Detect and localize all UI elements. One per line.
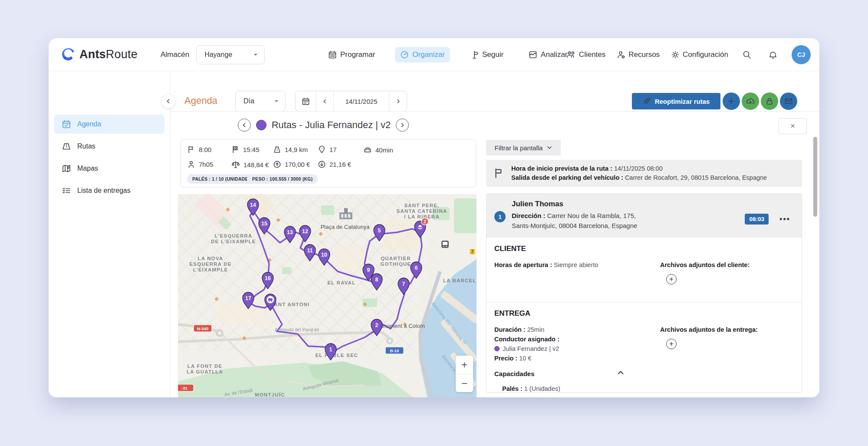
notifications-button[interactable] — [766, 47, 780, 62]
svg-text:2: 2 — [424, 219, 426, 224]
client-attachments-label: Archivos adjuntos del cliente: — [660, 260, 750, 270]
reoptimize-routes-button[interactable]: Reoptimizar rutas — [632, 93, 720, 109]
capacities-collapse-button[interactable] — [617, 369, 624, 378]
warehouse-label: Almacén — [161, 50, 189, 59]
chevron-left-icon — [322, 99, 327, 104]
chevron-left-icon — [166, 99, 171, 104]
stop-menu-button[interactable]: ••• — [779, 215, 790, 224]
nav-clientes[interactable]: Clientes — [566, 50, 605, 59]
svg-text:2: 2 — [375, 322, 378, 328]
capacity-pallets: Palés : 1 (Unidades) — [502, 384, 794, 393]
flag-icon — [493, 168, 504, 179]
tab-seguir[interactable]: Seguir — [465, 47, 509, 63]
checklist-icon — [62, 186, 71, 195]
mail-button[interactable] — [780, 93, 797, 110]
stat-end-time: 15:45 — [231, 145, 260, 154]
prev-route-button[interactable] — [238, 119, 251, 132]
warehouse-select[interactable]: Hayange — [196, 45, 265, 64]
map-zoom-control: + − — [456, 356, 473, 392]
calendar-picker-button[interactable] — [296, 91, 316, 111]
app-window: AntsRoute Almacén Hayange Programar O — [49, 38, 819, 397]
lock-button[interactable] — [761, 93, 778, 110]
map-label: SANT ANTONI — [270, 302, 309, 307]
stat-start-time: 8:00 — [187, 145, 211, 154]
sidebar-collapse-button[interactable] — [161, 94, 176, 109]
nav-recursos[interactable]: Recursos — [617, 50, 660, 59]
close-route-panel-button[interactable]: × — [779, 118, 807, 134]
arrow-down-circle-icon — [318, 160, 326, 168]
filter-screen-button[interactable]: Filtrar la pantalla — [486, 140, 561, 155]
search-button[interactable] — [740, 47, 754, 62]
flag-icon — [187, 145, 195, 154]
export-button[interactable] — [742, 93, 759, 110]
route-stats-card: 8:00 15:45 14,9 km — [180, 139, 476, 188]
svg-text:16: 16 — [265, 275, 271, 281]
svg-text:11: 11 — [307, 248, 312, 254]
svg-text:17: 17 — [245, 295, 251, 301]
svg-text:1: 1 — [329, 347, 332, 353]
map-label: EL RAVAL — [327, 280, 355, 285]
bell-icon — [768, 50, 778, 59]
delivery-attachments-label: Archivos adjuntos de la entrega: — [660, 325, 758, 334]
nav-configuracion[interactable]: Configuración — [671, 50, 728, 59]
road-icon — [273, 145, 281, 154]
map-label: EL POBLE SEC — [316, 353, 358, 358]
map-label: Avinguda del Paral·lel — [275, 327, 319, 332]
chevron-up-icon — [617, 369, 624, 376]
add-button[interactable] — [723, 93, 740, 110]
person-gear-icon — [617, 50, 625, 59]
cliente-section: CLIENTE Horas de apertura : Siempre abie… — [487, 238, 802, 302]
sidebar-item-mapas[interactable]: Mapas — [54, 159, 164, 178]
add-client-attachment-button[interactable]: + — [666, 274, 677, 284]
map-label: L'ESQUERRADE L'EIXAMPLE — [211, 233, 256, 244]
entrega-section: ENTREGA Duración : 25min Conductor asign… — [487, 302, 802, 393]
sidebar-item-lista-de-entregas[interactable]: Lista de entregas — [54, 181, 164, 200]
user-avatar[interactable]: CJ — [792, 45, 811, 64]
map-label: MONTJUÏC — [255, 392, 285, 397]
map-label: Plaça de Catalunya — [321, 224, 370, 230]
svg-text:14: 14 — [250, 202, 256, 208]
stop-time-badge[interactable]: 08:03 — [745, 214, 769, 225]
tab-organizar[interactable]: Organizar — [395, 47, 450, 63]
cloud-download-icon — [746, 96, 755, 106]
view-mode-select[interactable]: Día — [235, 91, 286, 112]
sidebar-item-agenda[interactable]: Agenda — [54, 115, 164, 134]
date-prev-button[interactable] — [316, 91, 334, 111]
zoom-in-button[interactable]: + — [456, 356, 473, 374]
stop-card-header: 1 Julien Thomas Dirección : Carrer Nou d… — [487, 194, 802, 238]
transit-station-icon — [441, 241, 449, 248]
stop-card[interactable]: 1 Julien Thomas Dirección : Carrer Nou d… — [486, 193, 802, 393]
rocket-icon — [643, 97, 651, 105]
capacities-label: Capacidades — [494, 370, 535, 377]
date-next-button[interactable] — [389, 91, 407, 111]
driver-color-dot — [494, 346, 500, 351]
chevron-right-icon — [396, 99, 401, 104]
chart-icon — [529, 50, 537, 59]
signpost-icon — [470, 50, 479, 59]
stat-distance: 14,9 km — [273, 145, 308, 154]
route-start-time-line: Hora de inicio prevista de la ruta : 14/… — [511, 164, 767, 173]
next-route-button[interactable] — [396, 119, 409, 132]
tab-programar[interactable]: Programar — [323, 47, 380, 63]
map-label: LA FONT DELA GUATLLA — [187, 363, 223, 374]
road-icon — [62, 142, 71, 151]
cliente-heading: CLIENTE — [494, 244, 794, 253]
svg-text:15: 15 — [261, 221, 267, 227]
panel-scrollbar[interactable] — [813, 137, 817, 217]
brand-logo[interactable]: AntsRoute — [61, 47, 138, 62]
svg-text:8: 8 — [375, 277, 378, 283]
zoom-out-button[interactable]: − — [456, 374, 473, 392]
tab-analizar[interactable]: Analizar — [523, 47, 572, 63]
calendar-check-icon — [62, 119, 71, 129]
view-mode-value: Día — [243, 97, 254, 105]
map-icon — [62, 164, 71, 173]
left-sidebar: Agenda Rutas Mapas Lista de entregas — [49, 71, 170, 397]
route-map[interactable]: 2 L'ESQUERRADE L'EIXAMPLELA NOVAESQUERRA… — [178, 194, 477, 397]
current-date[interactable]: 14/11/2025 — [334, 91, 389, 111]
add-delivery-attachment-button[interactable]: + — [666, 339, 677, 349]
checkered-flag-icon — [231, 145, 240, 154]
chevron-left-icon — [242, 122, 247, 128]
calendar-icon — [328, 50, 337, 59]
sidebar-item-rutas[interactable]: Rutas — [54, 137, 164, 156]
chevron-down-icon — [274, 99, 279, 104]
